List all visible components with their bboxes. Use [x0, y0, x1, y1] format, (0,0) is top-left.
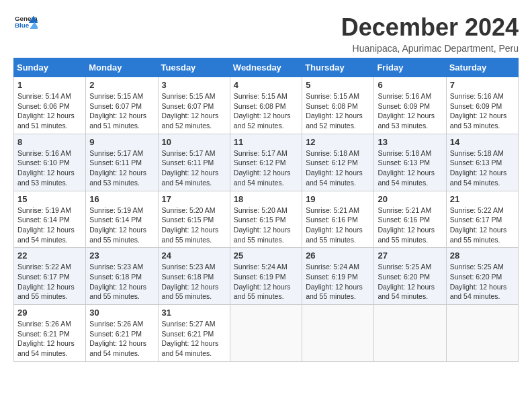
day-number: 20: [378, 194, 442, 204]
day-number: 19: [306, 194, 370, 204]
day-info: Sunrise: 5:19 AMSunset: 6:14 PMDaylight:…: [89, 205, 154, 245]
day-number: 30: [89, 308, 154, 318]
calendar-day: [230, 305, 302, 362]
calendar-day: 10Sunrise: 5:17 AMSunset: 6:11 PMDayligh…: [158, 134, 230, 191]
day-info: Sunrise: 5:17 AMSunset: 6:12 PMDaylight:…: [234, 148, 298, 188]
calendar-day: 6Sunrise: 5:16 AMSunset: 6:09 PMDaylight…: [374, 77, 446, 134]
calendar-week-2: 8Sunrise: 5:16 AMSunset: 6:10 PMDaylight…: [14, 134, 519, 191]
calendar-week-3: 15Sunrise: 5:19 AMSunset: 6:14 PMDayligh…: [14, 191, 519, 248]
day-number: 10: [162, 137, 226, 147]
calendar-day: 25Sunrise: 5:24 AMSunset: 6:19 PMDayligh…: [230, 248, 302, 305]
day-header-thursday: Thursday: [302, 58, 374, 77]
day-number: 24: [162, 250, 226, 261]
day-number: 26: [306, 250, 370, 261]
month-title: December 2024: [341, 13, 519, 42]
calendar-day: 4Sunrise: 5:15 AMSunset: 6:08 PMDaylight…: [230, 77, 302, 134]
calendar-day: 23Sunrise: 5:23 AMSunset: 6:18 PMDayligh…: [86, 248, 158, 305]
day-number: 21: [450, 194, 515, 204]
day-number: 11: [234, 137, 298, 147]
day-info: Sunrise: 5:16 AMSunset: 6:09 PMDaylight:…: [450, 91, 515, 131]
day-number: 14: [450, 137, 515, 147]
day-header-friday: Friday: [374, 58, 446, 77]
title-block: December 2024 Huanipaca, Apurimac Depart…: [341, 13, 519, 54]
calendar-day: 15Sunrise: 5:19 AMSunset: 6:14 PMDayligh…: [14, 191, 86, 248]
calendar-day: 21Sunrise: 5:22 AMSunset: 6:17 PMDayligh…: [446, 191, 518, 248]
calendar-day: 26Sunrise: 5:24 AMSunset: 6:19 PMDayligh…: [302, 248, 374, 305]
day-info: Sunrise: 5:19 AMSunset: 6:14 PMDaylight:…: [17, 205, 82, 245]
day-info: Sunrise: 5:22 AMSunset: 6:17 PMDaylight:…: [450, 205, 515, 245]
calendar-day: [302, 305, 374, 362]
calendar-day: 18Sunrise: 5:20 AMSunset: 6:15 PMDayligh…: [230, 191, 302, 248]
svg-text:Blue: Blue: [15, 21, 30, 29]
day-info: Sunrise: 5:15 AMSunset: 6:07 PMDaylight:…: [162, 91, 226, 131]
day-number: 29: [17, 308, 82, 318]
day-number: 1: [17, 80, 82, 90]
calendar-day: [374, 305, 446, 362]
day-number: 7: [450, 80, 515, 90]
day-info: Sunrise: 5:25 AMSunset: 6:20 PMDaylight:…: [450, 262, 515, 302]
calendar-day: 28Sunrise: 5:25 AMSunset: 6:20 PMDayligh…: [446, 248, 518, 305]
calendar-day: 5Sunrise: 5:15 AMSunset: 6:08 PMDaylight…: [302, 77, 374, 134]
calendar-day: 27Sunrise: 5:25 AMSunset: 6:20 PMDayligh…: [374, 248, 446, 305]
day-number: 4: [234, 80, 298, 90]
header: General Blue December 2024 Huanipaca, Ap…: [13, 13, 519, 54]
day-info: Sunrise: 5:14 AMSunset: 6:06 PMDaylight:…: [17, 91, 82, 131]
calendar-day: 3Sunrise: 5:15 AMSunset: 6:07 PMDaylight…: [158, 77, 230, 134]
day-info: Sunrise: 5:16 AMSunset: 6:09 PMDaylight:…: [378, 91, 442, 131]
day-number: 22: [17, 250, 82, 261]
calendar-day: 16Sunrise: 5:19 AMSunset: 6:14 PMDayligh…: [86, 191, 158, 248]
calendar-day: 30Sunrise: 5:26 AMSunset: 6:21 PMDayligh…: [86, 305, 158, 362]
day-info: Sunrise: 5:18 AMSunset: 6:12 PMDaylight:…: [306, 148, 370, 188]
day-info: Sunrise: 5:22 AMSunset: 6:17 PMDaylight:…: [17, 262, 82, 302]
calendar-day: 8Sunrise: 5:16 AMSunset: 6:10 PMDaylight…: [14, 134, 86, 191]
day-info: Sunrise: 5:15 AMSunset: 6:07 PMDaylight:…: [89, 91, 154, 131]
logo: General Blue: [13, 13, 38, 32]
calendar-day: 17Sunrise: 5:20 AMSunset: 6:15 PMDayligh…: [158, 191, 230, 248]
day-number: 6: [378, 80, 442, 90]
day-info: Sunrise: 5:16 AMSunset: 6:10 PMDaylight:…: [17, 148, 82, 188]
day-info: Sunrise: 5:23 AMSunset: 6:18 PMDaylight:…: [162, 262, 226, 302]
calendar-day: [446, 305, 518, 362]
day-info: Sunrise: 5:20 AMSunset: 6:15 PMDaylight:…: [162, 205, 226, 245]
day-number: 15: [17, 194, 82, 204]
day-header-monday: Monday: [86, 58, 158, 77]
calendar-day: 13Sunrise: 5:18 AMSunset: 6:13 PMDayligh…: [374, 134, 446, 191]
day-info: Sunrise: 5:23 AMSunset: 6:18 PMDaylight:…: [89, 262, 154, 302]
day-header-sunday: Sunday: [14, 58, 86, 77]
day-info: Sunrise: 5:26 AMSunset: 6:21 PMDaylight:…: [89, 319, 154, 359]
day-info: Sunrise: 5:21 AMSunset: 6:16 PMDaylight:…: [378, 205, 442, 245]
day-info: Sunrise: 5:25 AMSunset: 6:20 PMDaylight:…: [378, 262, 442, 302]
day-info: Sunrise: 5:18 AMSunset: 6:13 PMDaylight:…: [450, 148, 515, 188]
day-number: 16: [89, 194, 154, 204]
day-info: Sunrise: 5:17 AMSunset: 6:11 PMDaylight:…: [89, 148, 154, 188]
calendar: SundayMondayTuesdayWednesdayThursdayFrid…: [13, 58, 519, 362]
day-header-tuesday: Tuesday: [158, 58, 230, 77]
day-number: 3: [162, 80, 226, 90]
calendar-day: 1Sunrise: 5:14 AMSunset: 6:06 PMDaylight…: [14, 77, 86, 134]
calendar-day: 2Sunrise: 5:15 AMSunset: 6:07 PMDaylight…: [86, 77, 158, 134]
day-number: 27: [378, 250, 442, 261]
calendar-day: 24Sunrise: 5:23 AMSunset: 6:18 PMDayligh…: [158, 248, 230, 305]
header-row: SundayMondayTuesdayWednesdayThursdayFrid…: [14, 58, 519, 77]
location-title: Huanipaca, Apurimac Department, Peru: [341, 43, 519, 54]
day-info: Sunrise: 5:17 AMSunset: 6:11 PMDaylight:…: [162, 148, 226, 188]
day-number: 8: [17, 137, 82, 147]
svg-marker-3: [30, 22, 38, 30]
calendar-week-5: 29Sunrise: 5:26 AMSunset: 6:21 PMDayligh…: [14, 305, 519, 362]
calendar-day: 20Sunrise: 5:21 AMSunset: 6:16 PMDayligh…: [374, 191, 446, 248]
calendar-day: 19Sunrise: 5:21 AMSunset: 6:16 PMDayligh…: [302, 191, 374, 248]
day-header-saturday: Saturday: [446, 58, 518, 77]
day-number: 28: [450, 250, 515, 261]
day-number: 23: [89, 250, 154, 261]
logo-icon: General Blue: [13, 13, 38, 32]
day-number: 9: [89, 137, 154, 147]
day-info: Sunrise: 5:15 AMSunset: 6:08 PMDaylight:…: [234, 91, 298, 131]
day-number: 17: [162, 194, 226, 204]
day-info: Sunrise: 5:26 AMSunset: 6:21 PMDaylight:…: [17, 319, 82, 359]
day-info: Sunrise: 5:18 AMSunset: 6:13 PMDaylight:…: [378, 148, 442, 188]
day-info: Sunrise: 5:20 AMSunset: 6:15 PMDaylight:…: [234, 205, 298, 245]
day-number: 2: [89, 80, 154, 90]
calendar-day: 22Sunrise: 5:22 AMSunset: 6:17 PMDayligh…: [14, 248, 86, 305]
day-info: Sunrise: 5:27 AMSunset: 6:21 PMDaylight:…: [162, 319, 226, 359]
day-number: 18: [234, 194, 298, 204]
